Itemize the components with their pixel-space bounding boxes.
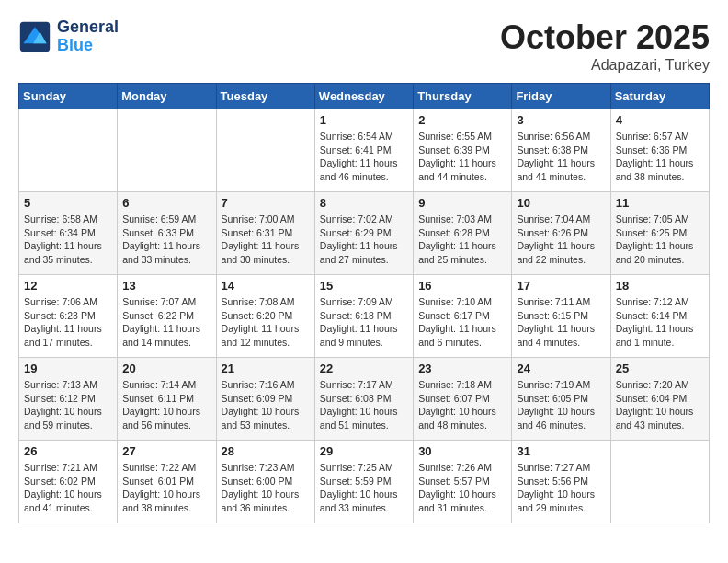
day-number: 14	[222, 279, 310, 293]
day-number: 19	[24, 362, 112, 375]
day-number: 20	[122, 362, 210, 375]
day-number: 22	[320, 362, 408, 375]
day-number: 30	[418, 444, 506, 458]
day-number: 25	[616, 362, 704, 375]
day-number: 21	[222, 362, 310, 375]
day-number: 16	[418, 279, 506, 293]
calendar-week-3: 12Sunrise: 7:06 AM Sunset: 6:23 PM Dayli…	[19, 275, 710, 358]
day-info: Sunrise: 7:09 AM Sunset: 6:18 PM Dayligh…	[320, 295, 408, 350]
calendar-cell: 18Sunrise: 7:12 AM Sunset: 6:14 PM Dayli…	[610, 275, 709, 358]
calendar-cell: 8Sunrise: 7:02 AM Sunset: 6:29 PM Daylig…	[314, 192, 413, 275]
calendar-cell: 17Sunrise: 7:11 AM Sunset: 6:15 PM Dayli…	[512, 275, 610, 358]
day-info: Sunrise: 7:08 AM Sunset: 6:20 PM Dayligh…	[222, 295, 310, 350]
day-number: 27	[122, 444, 210, 458]
month-title: October 2025	[500, 18, 710, 57]
calendar-cell: 5Sunrise: 6:58 AM Sunset: 6:34 PM Daylig…	[19, 192, 118, 275]
day-info: Sunrise: 7:00 AM Sunset: 6:31 PM Dayligh…	[222, 213, 310, 267]
day-info: Sunrise: 7:26 AM Sunset: 5:57 PM Dayligh…	[418, 461, 506, 515]
day-info: Sunrise: 7:20 AM Sunset: 6:04 PM Dayligh…	[616, 378, 704, 432]
day-info: Sunrise: 7:10 AM Sunset: 6:17 PM Dayligh…	[418, 295, 506, 350]
day-info: Sunrise: 7:12 AM Sunset: 6:14 PM Dayligh…	[616, 295, 704, 350]
day-number: 5	[24, 196, 112, 210]
calendar-cell: 19Sunrise: 7:13 AM Sunset: 6:12 PM Dayli…	[19, 358, 118, 441]
day-info: Sunrise: 7:25 AM Sunset: 5:59 PM Dayligh…	[320, 461, 408, 515]
weekday-header-row: SundayMondayTuesdayWednesdayThursdayFrid…	[19, 84, 710, 109]
day-number: 23	[418, 362, 506, 375]
page-header: General Blue October 2025 Adapazari, Tur…	[18, 18, 710, 74]
calendar-cell	[610, 441, 709, 523]
day-info: Sunrise: 7:18 AM Sunset: 6:07 PM Dayligh…	[418, 378, 506, 432]
day-number: 31	[517, 444, 605, 458]
calendar-cell: 12Sunrise: 7:06 AM Sunset: 6:23 PM Dayli…	[19, 275, 118, 358]
calendar-cell: 21Sunrise: 7:16 AM Sunset: 6:09 PM Dayli…	[216, 358, 314, 441]
calendar-cell: 2Sunrise: 6:55 AM Sunset: 6:39 PM Daylig…	[414, 109, 512, 192]
calendar-cell: 15Sunrise: 7:09 AM Sunset: 6:18 PM Dayli…	[314, 275, 413, 358]
day-number: 17	[517, 279, 605, 293]
calendar-cell: 1Sunrise: 6:54 AM Sunset: 6:41 PM Daylig…	[314, 109, 413, 192]
title-block: October 2025 Adapazari, Turkey	[500, 18, 710, 74]
day-number: 11	[616, 196, 704, 210]
calendar-cell: 31Sunrise: 7:27 AM Sunset: 5:56 PM Dayli…	[512, 441, 610, 523]
day-number: 28	[222, 444, 310, 458]
day-info: Sunrise: 7:02 AM Sunset: 6:29 PM Dayligh…	[320, 213, 408, 267]
weekday-thursday: Thursday	[414, 84, 512, 109]
day-number: 12	[24, 279, 112, 293]
day-info: Sunrise: 7:22 AM Sunset: 6:01 PM Dayligh…	[122, 461, 210, 515]
day-info: Sunrise: 7:16 AM Sunset: 6:09 PM Dayligh…	[222, 378, 310, 432]
calendar-cell: 26Sunrise: 7:21 AM Sunset: 6:02 PM Dayli…	[19, 441, 118, 523]
day-info: Sunrise: 7:23 AM Sunset: 6:00 PM Dayligh…	[222, 461, 310, 515]
calendar-cell: 7Sunrise: 7:00 AM Sunset: 6:31 PM Daylig…	[216, 192, 314, 275]
calendar-cell: 24Sunrise: 7:19 AM Sunset: 6:05 PM Dayli…	[512, 358, 610, 441]
calendar-cell: 16Sunrise: 7:10 AM Sunset: 6:17 PM Dayli…	[414, 275, 512, 358]
calendar-cell: 22Sunrise: 7:17 AM Sunset: 6:08 PM Dayli…	[314, 358, 413, 441]
calendar-cell: 28Sunrise: 7:23 AM Sunset: 6:00 PM Dayli…	[216, 441, 314, 523]
logo-icon	[18, 20, 51, 53]
location: Adapazari, Turkey	[500, 57, 710, 74]
weekday-wednesday: Wednesday	[314, 84, 413, 109]
day-number: 15	[320, 279, 408, 293]
day-info: Sunrise: 6:59 AM Sunset: 6:33 PM Dayligh…	[122, 213, 210, 267]
day-number: 18	[616, 279, 704, 293]
day-info: Sunrise: 7:27 AM Sunset: 5:56 PM Dayligh…	[517, 461, 605, 515]
day-number: 7	[222, 196, 310, 210]
day-number: 3	[517, 113, 605, 127]
calendar-cell: 11Sunrise: 7:05 AM Sunset: 6:25 PM Dayli…	[610, 192, 709, 275]
day-number: 4	[616, 113, 704, 127]
day-info: Sunrise: 7:07 AM Sunset: 6:22 PM Dayligh…	[122, 295, 210, 350]
day-info: Sunrise: 6:56 AM Sunset: 6:38 PM Dayligh…	[517, 130, 605, 184]
day-info: Sunrise: 7:19 AM Sunset: 6:05 PM Dayligh…	[517, 378, 605, 432]
calendar-cell: 20Sunrise: 7:14 AM Sunset: 6:11 PM Dayli…	[118, 358, 216, 441]
logo-text: General Blue	[57, 18, 119, 55]
day-number: 6	[122, 196, 210, 210]
calendar-cell: 29Sunrise: 7:25 AM Sunset: 5:59 PM Dayli…	[314, 441, 413, 523]
calendar-cell: 25Sunrise: 7:20 AM Sunset: 6:04 PM Dayli…	[610, 358, 709, 441]
day-info: Sunrise: 7:14 AM Sunset: 6:11 PM Dayligh…	[122, 378, 210, 432]
calendar-cell: 30Sunrise: 7:26 AM Sunset: 5:57 PM Dayli…	[414, 441, 512, 523]
day-number: 1	[320, 113, 408, 127]
calendar-body: 1Sunrise: 6:54 AM Sunset: 6:41 PM Daylig…	[19, 109, 710, 523]
day-info: Sunrise: 7:04 AM Sunset: 6:26 PM Dayligh…	[517, 213, 605, 267]
day-info: Sunrise: 7:06 AM Sunset: 6:23 PM Dayligh…	[24, 295, 112, 350]
calendar-cell	[19, 109, 118, 192]
day-number: 2	[418, 113, 506, 127]
calendar-cell: 9Sunrise: 7:03 AM Sunset: 6:28 PM Daylig…	[414, 192, 512, 275]
calendar-cell: 4Sunrise: 6:57 AM Sunset: 6:36 PM Daylig…	[610, 109, 709, 192]
calendar-cell: 6Sunrise: 6:59 AM Sunset: 6:33 PM Daylig…	[118, 192, 216, 275]
day-info: Sunrise: 6:57 AM Sunset: 6:36 PM Dayligh…	[616, 130, 704, 184]
calendar-table: SundayMondayTuesdayWednesdayThursdayFrid…	[18, 83, 710, 523]
day-info: Sunrise: 7:13 AM Sunset: 6:12 PM Dayligh…	[24, 378, 112, 432]
weekday-friday: Friday	[512, 84, 610, 109]
calendar-cell: 3Sunrise: 6:56 AM Sunset: 6:38 PM Daylig…	[512, 109, 610, 192]
calendar-week-5: 26Sunrise: 7:21 AM Sunset: 6:02 PM Dayli…	[19, 441, 710, 523]
day-info: Sunrise: 7:17 AM Sunset: 6:08 PM Dayligh…	[320, 378, 408, 432]
calendar-cell: 23Sunrise: 7:18 AM Sunset: 6:07 PM Dayli…	[414, 358, 512, 441]
day-number: 29	[320, 444, 408, 458]
calendar-cell	[118, 109, 216, 192]
day-number: 24	[517, 362, 605, 375]
day-number: 9	[418, 196, 506, 210]
calendar-cell	[216, 109, 314, 192]
weekday-tuesday: Tuesday	[216, 84, 314, 109]
day-info: Sunrise: 6:55 AM Sunset: 6:39 PM Dayligh…	[418, 130, 506, 184]
weekday-monday: Monday	[118, 84, 216, 109]
day-info: Sunrise: 7:03 AM Sunset: 6:28 PM Dayligh…	[418, 213, 506, 267]
